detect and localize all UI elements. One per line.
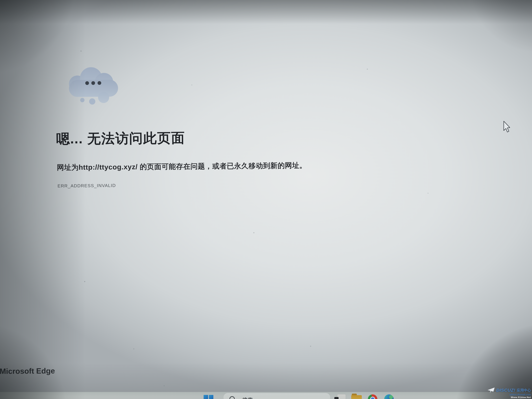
windows-taskbar: 搜索 xyxy=(0,392,532,399)
watermark-domain: addon.dismall.com xyxy=(509,393,531,396)
file-explorer-icon[interactable] xyxy=(351,394,362,399)
watermark-brand-cn: 应用中心 xyxy=(517,388,531,392)
screen-photo: 嗯... 无法访问此页面 网址为http://ttycog.xyz/ 的页面可能… xyxy=(0,0,532,399)
search-label: 搜索 xyxy=(242,397,253,399)
error-message-prefix: 网址为 xyxy=(57,163,79,171)
error-code: ERR_ADDRESS_INVALID xyxy=(57,183,116,189)
paper-plane-icon xyxy=(487,387,495,393)
error-message-suffix: 的页面可能存在问题，或者已永久移动到新的网址。 xyxy=(138,161,307,171)
windows-start-icon[interactable] xyxy=(204,395,214,399)
watermark-site: Www.91bbw.Net xyxy=(511,396,531,399)
discuz-watermark: DISCUZ! 应用中心 addon.dismall.com Www.91bbw… xyxy=(487,387,531,399)
watermark-brand: DISCUZ! xyxy=(496,388,515,393)
error-cloud-icon xyxy=(69,67,119,104)
taskbar-search-input[interactable]: 搜索 xyxy=(223,393,330,399)
edge-error-page: 嗯... 无法访问此页面 网址为http://ttycog.xyz/ 的页面可能… xyxy=(0,0,532,399)
error-title: 嗯... 无法访问此页面 xyxy=(56,129,185,148)
search-icon xyxy=(229,396,235,399)
browser-brand-label: Microsoft Edge xyxy=(0,366,55,376)
task-view-icon[interactable] xyxy=(334,394,346,399)
error-message: 网址为http://ttycog.xyz/ 的页面可能存在问题，或者已永久移动到… xyxy=(57,161,307,172)
edge-icon[interactable] xyxy=(384,394,394,399)
chrome-icon[interactable] xyxy=(368,394,377,399)
mouse-cursor xyxy=(502,121,511,133)
error-url: http://ttycog.xyz/ xyxy=(79,163,138,171)
